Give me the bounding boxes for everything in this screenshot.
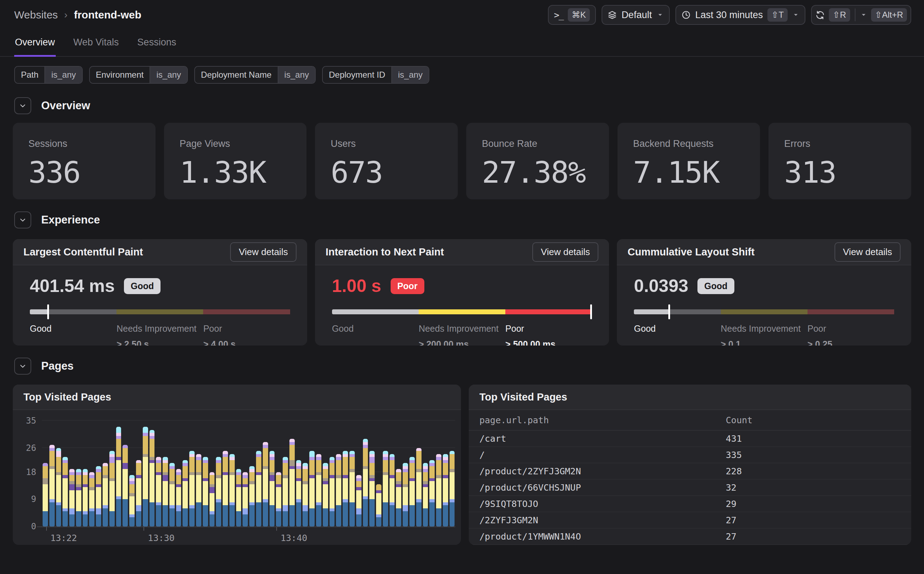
chart-bar[interactable] xyxy=(396,469,401,527)
chart-bar[interactable] xyxy=(389,454,395,527)
chart-bar[interactable] xyxy=(276,472,281,527)
chart-bar[interactable] xyxy=(436,454,441,527)
bar-segment-violet xyxy=(323,481,328,484)
shortcut-badge[interactable]: ⇧R xyxy=(829,8,850,22)
table-row[interactable]: /2ZYFJ3GM2N27 xyxy=(469,512,911,528)
view-details-button[interactable]: View details xyxy=(230,242,296,262)
chart-bar[interactable] xyxy=(182,460,188,527)
chart-bar[interactable] xyxy=(189,451,195,527)
bar-segment-cyan xyxy=(76,469,81,472)
chart-bar[interactable] xyxy=(236,469,242,527)
tab-overview[interactable]: Overview xyxy=(14,31,56,57)
chart-bar[interactable] xyxy=(43,463,48,527)
chart-bar[interactable] xyxy=(316,454,321,527)
chart-bar[interactable] xyxy=(129,475,134,527)
bar-segment-steel-blue xyxy=(276,511,281,527)
chart-bar[interactable] xyxy=(343,451,348,527)
tab-web-vitals[interactable]: Web Vitals xyxy=(73,31,120,57)
chart-bar[interactable] xyxy=(149,430,155,527)
chart-bar[interactable] xyxy=(363,439,368,527)
table-row[interactable]: /cart431 xyxy=(469,430,911,447)
chart-bar[interactable] xyxy=(96,466,101,527)
filter-chip-deployment-id[interactable]: Deployment IDis_any xyxy=(322,66,429,84)
chart-bar[interactable] xyxy=(56,448,62,527)
refresh-button-group: ⇧R ⇧Alt+R xyxy=(811,5,911,25)
chart-bar[interactable] xyxy=(410,457,415,527)
breadcrumb-websites[interactable]: Websites xyxy=(14,9,58,21)
chart-bar[interactable] xyxy=(249,466,255,527)
layout-select-button[interactable]: Default xyxy=(601,5,670,25)
bar-segment-periwinkle xyxy=(56,502,62,506)
metric-card-sessions: Sessions336 xyxy=(13,123,155,199)
table-row[interactable]: /product/1YMWWN1N4O27 xyxy=(469,528,911,545)
refresh-icon[interactable] xyxy=(815,10,825,20)
chart-bar[interactable] xyxy=(336,454,341,527)
collapse-experience-button[interactable] xyxy=(14,211,31,229)
chart-bar[interactable] xyxy=(416,448,421,527)
table-row[interactable]: /product/66VCHSJNUP32 xyxy=(469,479,911,496)
collapse-overview-button[interactable] xyxy=(14,97,31,114)
chart-bar[interactable] xyxy=(116,427,122,527)
bar-segment-tan xyxy=(69,481,74,484)
view-details-button[interactable]: View details xyxy=(532,242,598,262)
bar-segment-violet xyxy=(389,475,395,478)
rating-badge: Good xyxy=(124,278,160,294)
chart-bar[interactable] xyxy=(63,457,68,527)
command-palette-button[interactable]: >_ ⌘K xyxy=(548,5,596,25)
chart-bar[interactable] xyxy=(196,454,201,527)
chart-bar[interactable] xyxy=(156,457,161,527)
chart-bar[interactable] xyxy=(302,463,308,527)
chart-bar[interactable] xyxy=(176,469,182,527)
auto-refresh-shortcut-badge[interactable]: ⇧Alt+R xyxy=(871,8,907,22)
chart-bar[interactable] xyxy=(449,451,455,527)
chart-bar[interactable] xyxy=(203,457,208,527)
view-details-button[interactable]: View details xyxy=(834,242,900,262)
chart-bar[interactable] xyxy=(429,460,435,527)
chart-bar[interactable] xyxy=(403,463,408,527)
chart-bar[interactable] xyxy=(263,442,268,527)
filter-chip-environment[interactable]: Environmentis_any xyxy=(89,66,188,84)
table-row[interactable]: /product/2ZYFJ3GM2N228 xyxy=(469,463,911,479)
chart-bar[interactable] xyxy=(209,472,215,527)
chart-bar[interactable] xyxy=(83,469,88,527)
chart-bar[interactable] xyxy=(216,457,221,527)
chart-bar[interactable] xyxy=(136,460,141,527)
chart-bar[interactable] xyxy=(376,484,381,527)
chart-bar[interactable] xyxy=(329,457,335,527)
chart-bar[interactable] xyxy=(163,457,168,527)
chart-bar[interactable] xyxy=(369,451,375,527)
chart-bar[interactable] xyxy=(356,475,361,527)
chart-bar[interactable] xyxy=(309,451,315,527)
chart-bar[interactable] xyxy=(269,451,275,527)
chart-bar[interactable] xyxy=(169,463,175,527)
tab-sessions[interactable]: Sessions xyxy=(137,31,177,57)
chart-bar[interactable] xyxy=(256,451,261,527)
filter-chip-deployment-name[interactable]: Deployment Nameis_any xyxy=(194,66,316,84)
table-row[interactable]: /335 xyxy=(469,447,911,463)
chart-bar[interactable] xyxy=(323,463,328,527)
bar-segment-violet xyxy=(116,457,122,460)
chart-bar[interactable] xyxy=(296,460,302,527)
chart-bar[interactable] xyxy=(283,457,288,527)
chart-bar[interactable] xyxy=(122,445,128,527)
chart-bar[interactable] xyxy=(89,472,95,527)
chart-bar[interactable] xyxy=(49,445,55,527)
chart-bar[interactable] xyxy=(223,451,228,527)
chart-bar[interactable] xyxy=(109,451,115,527)
chart-bar[interactable] xyxy=(103,463,108,527)
chart-bar[interactable] xyxy=(69,469,74,527)
chart-bar[interactable] xyxy=(229,454,235,527)
chart-bar[interactable] xyxy=(350,451,355,527)
time-range-button[interactable]: Last 30 minutes ⇧T xyxy=(676,5,805,25)
chart-bar[interactable] xyxy=(290,439,295,527)
chart-bar[interactable] xyxy=(383,451,388,527)
filter-chip-path[interactable]: Pathis_any xyxy=(14,66,83,84)
chevron-down-icon[interactable] xyxy=(860,11,867,19)
chart-bar[interactable] xyxy=(143,427,148,527)
collapse-pages-button[interactable] xyxy=(14,358,31,375)
chart-bar[interactable] xyxy=(443,454,448,527)
table-row[interactable]: /9SIQT8TOJO29 xyxy=(469,496,911,512)
chart-bar[interactable] xyxy=(76,469,81,527)
chart-bar[interactable] xyxy=(242,472,248,527)
chart-bar[interactable] xyxy=(423,463,428,527)
